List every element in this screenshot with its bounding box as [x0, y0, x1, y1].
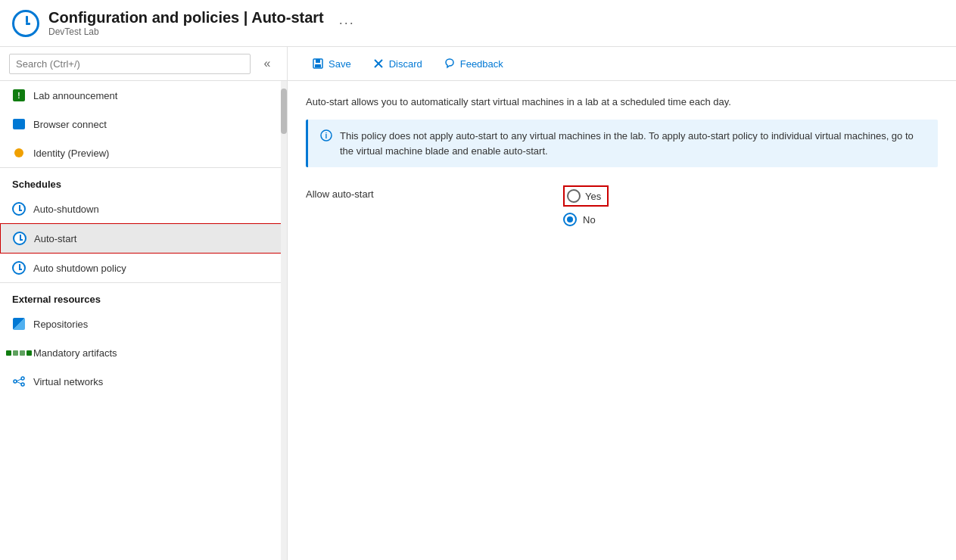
toolbar: Save Discard Feedback	[288, 47, 956, 81]
sidebar-label-auto-shutdown: Auto-shutdown	[33, 204, 99, 215]
svg-line-4	[17, 382, 21, 384]
discard-icon	[372, 58, 385, 70]
sidebar-item-browser-connect[interactable]: Browser connect	[0, 110, 287, 138]
collapse-sidebar-button[interactable]: «	[257, 53, 278, 74]
clock-icon-autostart	[13, 232, 26, 245]
radio-circle-no	[563, 213, 577, 226]
page-title: Configuration and policies | Auto-start	[48, 9, 324, 26]
svg-point-0	[14, 380, 17, 383]
save-button[interactable]: Save	[303, 53, 360, 74]
app-icon	[12, 10, 39, 37]
sidebar-item-identity[interactable]: Identity (Preview)	[0, 138, 287, 167]
sidebar-label-mandatory-artifacts: Mandatory artifacts	[33, 347, 117, 359]
sidebar-label-auto-start: Auto-start	[34, 233, 76, 244]
sidebar-item-auto-start[interactable]: Auto-start	[0, 223, 287, 254]
identity-icon	[12, 146, 26, 160]
main-layout: « ! Lab announcement Browser connect Ide…	[0, 47, 956, 560]
content-body: Auto-start allows you to automatically s…	[288, 81, 956, 560]
sidebar-label-repositories: Repositories	[33, 319, 88, 330]
svg-rect-7	[315, 64, 321, 67]
info-notice-box: i This policy does not apply auto-start …	[306, 120, 938, 167]
allow-autostart-label: Allow auto-start	[306, 185, 412, 200]
page-header: Configuration and policies | Auto-start …	[0, 0, 956, 47]
sidebar-item-virtual-networks[interactable]: Virtual networks	[0, 367, 287, 396]
auto-start-description: Auto-start allows you to automatically s…	[306, 96, 938, 107]
allow-autostart-options: Yes No	[563, 185, 609, 226]
sidebar-label-virtual-networks: Virtual networks	[33, 376, 103, 387]
radio-label-yes: Yes	[585, 191, 601, 202]
clock-icon-policy	[12, 261, 26, 275]
sidebar-item-auto-shutdown[interactable]: Auto-shutdown	[0, 194, 287, 223]
announcement-icon: !	[12, 89, 26, 102]
sidebar-scrollbar-track	[281, 81, 287, 560]
radio-label-no: No	[583, 214, 596, 226]
info-icon: i	[320, 129, 332, 158]
main-content: Save Discard Feedback Auto-start allows …	[288, 47, 956, 560]
sidebar-label-browser-connect: Browser connect	[33, 119, 107, 130]
radio-option-yes[interactable]: Yes	[563, 185, 609, 207]
page-subtitle: DevTest Lab	[48, 26, 324, 37]
clock-icon-shutdown	[12, 202, 26, 216]
discard-button[interactable]: Discard	[363, 53, 431, 74]
feedback-icon	[444, 58, 456, 70]
artifacts-icon	[12, 346, 26, 359]
svg-text:i: i	[325, 132, 328, 140]
sidebar-label-auto-shutdown-policy: Auto shutdown policy	[33, 263, 126, 274]
schedules-section-header: Schedules	[0, 167, 287, 194]
more-options-button[interactable]: ···	[339, 15, 355, 31]
sidebar-item-mandatory-artifacts[interactable]: Mandatory artifacts	[0, 338, 287, 367]
repos-icon	[12, 317, 26, 331]
radio-circle-yes	[567, 189, 581, 203]
feedback-button[interactable]: Feedback	[434, 53, 512, 74]
allow-autostart-row: Allow auto-start Yes No	[306, 185, 938, 226]
search-input[interactable]	[9, 54, 251, 74]
info-notice-text: This policy does not apply auto-start to…	[340, 129, 926, 158]
sidebar-item-repositories[interactable]: Repositories	[0, 310, 287, 338]
svg-point-1	[21, 377, 24, 380]
external-section-header: External resources	[0, 282, 287, 310]
save-icon	[312, 58, 324, 70]
radio-option-no[interactable]: No	[563, 213, 609, 226]
browser-icon	[12, 117, 26, 131]
sidebar-label-lab-announcement: Lab announcement	[33, 90, 117, 101]
svg-point-2	[21, 383, 24, 386]
sidebar-search-bar: «	[0, 47, 287, 81]
header-title-group: Configuration and policies | Auto-start …	[48, 9, 324, 37]
sidebar: « ! Lab announcement Browser connect Ide…	[0, 47, 288, 560]
sidebar-item-lab-announcement[interactable]: ! Lab announcement	[0, 81, 287, 110]
sidebar-label-identity: Identity (Preview)	[33, 148, 109, 159]
sidebar-item-auto-shutdown-policy[interactable]: Auto shutdown policy	[0, 254, 287, 282]
sidebar-scrollbar-thumb[interactable]	[281, 89, 287, 134]
svg-line-3	[17, 379, 21, 381]
svg-rect-6	[316, 59, 320, 63]
network-icon	[12, 375, 26, 388]
sidebar-nav: ! Lab announcement Browser connect Ident…	[0, 81, 287, 560]
